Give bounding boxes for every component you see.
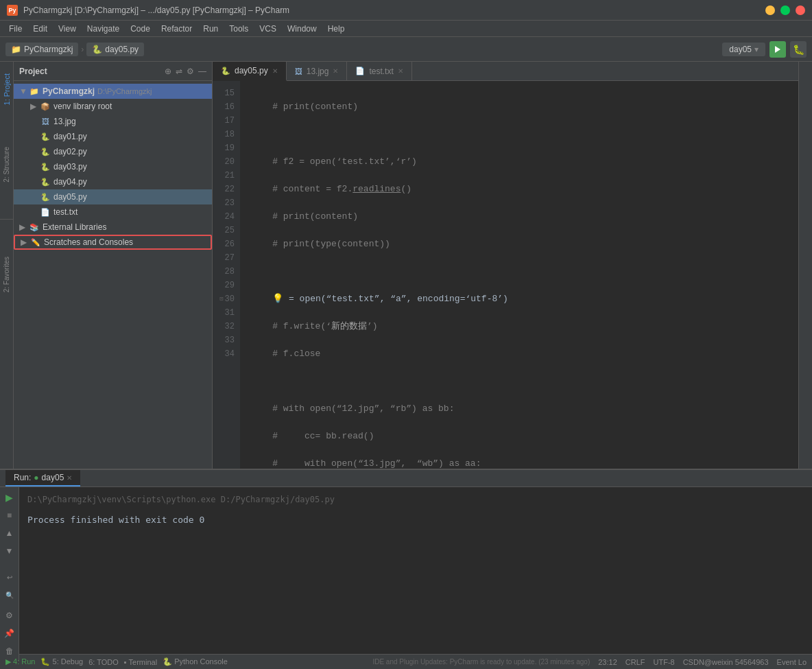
tree-item-external-libs[interactable]: ▶ 📚 External Libraries bbox=[14, 220, 212, 235]
code-editor[interactable]: 15 16 17 18 19 20 21 22 23 24 25 26 27 2… bbox=[213, 81, 798, 469]
run-config-selector[interactable]: day05 ▾ bbox=[722, 43, 765, 56]
code-line-25 bbox=[251, 375, 787, 388]
settings-icon[interactable]: ⚙ bbox=[187, 67, 194, 76]
txt-icon: 📄 bbox=[40, 207, 51, 218]
menu-refactor[interactable]: Refactor bbox=[156, 23, 198, 35]
editor-tabs: 🐍 day05.py ✕ 🖼 13.jpg ✕ 📄 test.txt ✕ bbox=[213, 62, 798, 81]
tree-label-ext-libs: External Libraries bbox=[43, 222, 106, 232]
menu-code[interactable]: Code bbox=[125, 23, 156, 35]
tree-arrow-venv: ▶ bbox=[30, 102, 40, 111]
trash-button[interactable]: 🗑 bbox=[2, 644, 17, 659]
debug-button[interactable]: 🐛 bbox=[790, 41, 807, 58]
menu-file[interactable]: File bbox=[3, 23, 27, 35]
menu-edit[interactable]: Edit bbox=[27, 23, 53, 35]
tree-item-day05[interactable]: 🐍 day05.py bbox=[14, 189, 212, 204]
code-line-26: # with open(“12.jpg”, “rb”) as bb: bbox=[251, 402, 787, 416]
jpg-icon: 🖼 bbox=[40, 116, 51, 127]
run-tab-close[interactable]: ✕ bbox=[67, 474, 72, 482]
project-vertical-tab[interactable]: 1: Project bbox=[0, 62, 13, 117]
minimize-panel-icon[interactable]: — bbox=[198, 67, 206, 76]
tree-item-day04[interactable]: 🐍 day04.py bbox=[14, 174, 212, 189]
status-run[interactable]: ▶ 4: Run bbox=[5, 657, 35, 666]
tree-arrow-root: ▼ bbox=[19, 86, 29, 96]
menu-vcs[interactable]: VCS bbox=[254, 23, 282, 35]
scroll-up-button[interactable]: ▲ bbox=[2, 526, 17, 541]
maximize-button[interactable] bbox=[780, 5, 790, 15]
status-terminal[interactable]: ▪ Terminal bbox=[124, 658, 157, 666]
tab-day05py[interactable]: 🐍 day05.py ✕ bbox=[213, 62, 287, 81]
status-ide-update: IDE and Plugin Updates: PyCharm is ready… bbox=[372, 658, 590, 666]
status-debug[interactable]: 🐛 5: Debug bbox=[40, 657, 83, 666]
tab-txt-icon: 📄 bbox=[355, 67, 365, 75]
minimize-button[interactable] bbox=[765, 5, 775, 15]
console-output[interactable]: D:\PyCharmgzkj\venv\Scripts\python.exe D… bbox=[19, 487, 812, 661]
status-python-console[interactable]: 🐍 Python Console bbox=[163, 657, 228, 666]
menu-window[interactable]: Window bbox=[282, 23, 322, 35]
structure-vertical-tab[interactable]: 2: Structure bbox=[0, 110, 13, 220]
tree-label-13jpg: 13.jpg bbox=[53, 117, 76, 126]
menu-view[interactable]: View bbox=[53, 23, 82, 35]
pin-button[interactable]: 📌 bbox=[2, 626, 17, 641]
filter-button[interactable]: 🔍 bbox=[2, 587, 17, 602]
tree-label-scratches: Scratches and Consoles bbox=[44, 237, 133, 247]
py-icon-day04: 🐍 bbox=[40, 176, 51, 187]
sync-icon[interactable]: ⇌ bbox=[176, 67, 182, 76]
run-play-button[interactable]: ▶ bbox=[2, 490, 17, 505]
menu-help[interactable]: Help bbox=[322, 23, 350, 35]
tab-jpg-icon: 🖼 bbox=[295, 67, 302, 75]
project-header-title: Project bbox=[19, 67, 165, 76]
bottom-panel: Run: ● day05 ✕ ▶ ■ ▲ ▼ ↩ 🔍 ⚙ 📌 🗑 D:\PyCh… bbox=[0, 469, 812, 654]
favorites-vertical-tab[interactable]: 2: Favorites bbox=[0, 220, 13, 329]
code-content[interactable]: # print(content) # f2 = open(‘test.txt’,… bbox=[240, 81, 798, 469]
status-position[interactable]: 23:12 bbox=[598, 658, 617, 666]
project-tree-header: Project ⊕ ⇌ ⚙ — bbox=[14, 62, 212, 81]
add-icon[interactable]: ⊕ bbox=[165, 67, 171, 76]
window-controls bbox=[765, 5, 805, 15]
status-crlf[interactable]: CRLF bbox=[625, 658, 645, 666]
tree-item-day01[interactable]: 🐍 day01.py bbox=[14, 129, 212, 144]
status-run-label: 4: Run bbox=[13, 657, 35, 666]
tree-root[interactable]: ▼ 📁 PyCharmgzkj D:\PyCharmgzkj bbox=[14, 84, 212, 99]
tree-item-venv[interactable]: ▶ 📦 venv library root bbox=[14, 99, 212, 114]
run-triangle-icon bbox=[775, 46, 780, 53]
code-line-24: # f.close bbox=[251, 347, 787, 361]
status-encoding[interactable]: UTF-8 bbox=[654, 658, 675, 666]
close-button[interactable] bbox=[796, 5, 805, 15]
menu-tools[interactable]: Tools bbox=[224, 23, 254, 35]
tab-day05-label: day05.py bbox=[235, 66, 268, 75]
wrap-button[interactable]: ↩ bbox=[2, 570, 17, 585]
menu-run[interactable]: Run bbox=[198, 23, 224, 35]
py-icon-day01: 🐍 bbox=[40, 131, 51, 142]
tree-item-scratches[interactable]: ▶ ✏️ Scratches and Consoles bbox=[14, 235, 212, 250]
tab-close-day05[interactable]: ✕ bbox=[272, 67, 278, 75]
tab-close-testtxt[interactable]: ✕ bbox=[398, 67, 403, 75]
status-todo[interactable]: 6: TODO bbox=[88, 658, 119, 666]
run-dot-icon: ● bbox=[34, 473, 38, 482]
breadcrumb-file[interactable]: 🐍 day05.py bbox=[86, 43, 144, 56]
run-button[interactable] bbox=[769, 41, 786, 58]
menu-navigate[interactable]: Navigate bbox=[82, 23, 125, 35]
tree-label-day04: day04.py bbox=[53, 177, 87, 187]
tab-13jpg[interactable]: 🖼 13.jpg ✕ bbox=[287, 62, 348, 81]
menubar: File Edit View Navigate Code Refactor Ru… bbox=[0, 21, 812, 37]
scroll-down-button[interactable]: ▼ bbox=[2, 543, 17, 559]
settings-button[interactable]: ⚙ bbox=[2, 608, 17, 623]
run-triangle-status: ▶ bbox=[5, 657, 11, 666]
py-icon-day02: 🐍 bbox=[40, 146, 51, 157]
tab-close-13jpg[interactable]: ✕ bbox=[333, 67, 338, 75]
tree-item-testtxt[interactable]: 📄 test.txt bbox=[14, 204, 212, 220]
tree-item-13jpg[interactable]: 🖼 13.jpg bbox=[14, 114, 212, 129]
run-config-label: day05 bbox=[729, 45, 752, 54]
tree-item-day02[interactable]: 🐍 day02.py bbox=[14, 144, 212, 159]
breadcrumb-project[interactable]: 📁 PyCharmgzkj bbox=[5, 43, 78, 56]
tab-13jpg-label: 13.jpg bbox=[307, 67, 329, 76]
tab-testtxt[interactable]: 📄 test.txt ✕ bbox=[347, 62, 411, 81]
bottom-tab-run[interactable]: Run: ● day05 ✕ bbox=[5, 470, 80, 486]
code-line-20: # print(type(content)) bbox=[251, 237, 787, 251]
stop-button[interactable]: ■ bbox=[2, 508, 17, 523]
python-icon-status: 🐍 bbox=[163, 657, 172, 666]
code-line-15: # print(content) bbox=[251, 100, 787, 114]
tree-item-day03[interactable]: 🐍 day03.py bbox=[14, 159, 212, 174]
bottom-content-area: ▶ ■ ▲ ▼ ↩ 🔍 ⚙ 📌 🗑 D:\PyCharmgzkj\venv\Sc… bbox=[0, 487, 812, 661]
status-event-log[interactable]: Event Lo bbox=[777, 658, 807, 666]
